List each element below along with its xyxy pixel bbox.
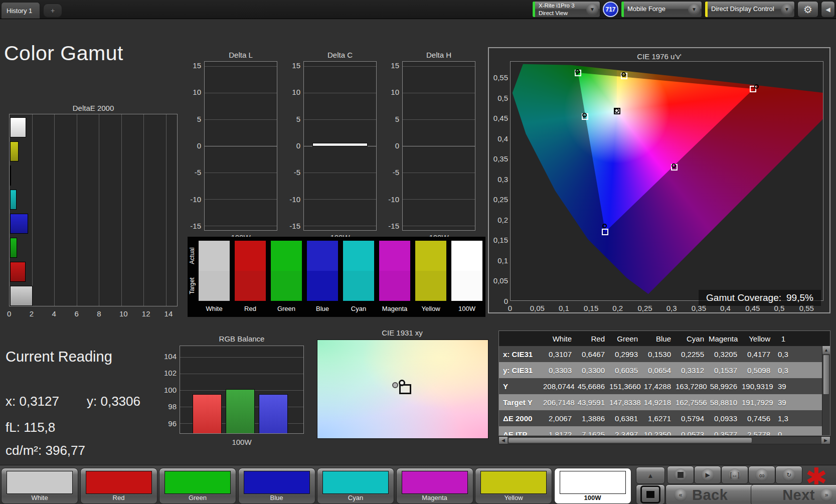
y-tick-label: 98 xyxy=(159,402,177,411)
table-cell: 0,3300 xyxy=(576,366,609,375)
pattern-button-red[interactable]: Red xyxy=(80,468,157,504)
cie1931-title: CIE 1931 xy xyxy=(317,328,487,337)
plus-icon: + xyxy=(51,7,55,15)
chevrons-right-icon: » xyxy=(820,488,833,501)
pattern-label: Red xyxy=(81,494,157,501)
column-header-white: White xyxy=(543,334,576,343)
pattern-button-cyan[interactable]: Cyan xyxy=(317,468,394,504)
scroll-right-arrow-icon[interactable]: ▶ xyxy=(821,437,830,444)
table-cell: 190,9319 xyxy=(742,382,775,391)
collapse-panel-button[interactable]: ◀ xyxy=(821,1,835,18)
gamut-marker-cyan xyxy=(582,113,588,120)
pattern-button-100w[interactable]: 100W xyxy=(554,468,631,504)
calman-app: History 1 + X-Rite i1Pro 3 Direct View ▼… xyxy=(0,0,836,504)
transport-play-icon[interactable]: ▶ xyxy=(694,466,721,484)
transport-loop-infinite-icon[interactable]: ∞ xyxy=(748,466,775,484)
deltae2000-plot xyxy=(9,114,178,306)
grid-line xyxy=(304,119,376,120)
gamut-marker-blue xyxy=(602,229,608,235)
y-tick-label: 0,25 xyxy=(490,195,508,204)
y-tick-label: 0 xyxy=(385,141,399,150)
swatch-target-cyan xyxy=(343,271,374,301)
table-cell: 191,7929 xyxy=(742,398,775,407)
gamut-marker-white xyxy=(614,108,620,114)
pattern-label: Yellow xyxy=(475,494,552,501)
swatch-actual-yellow xyxy=(415,241,446,271)
swatch-label: Cyan xyxy=(343,305,374,312)
table-cell: 163,7280 xyxy=(676,382,709,391)
grid-line xyxy=(304,173,376,173)
transport-range-icon[interactable]: [↔] xyxy=(721,466,748,484)
y-tick-label: 15 xyxy=(187,61,201,70)
row-label: Target Y xyxy=(499,398,543,407)
gear-icon: ⚙ xyxy=(803,4,812,16)
pattern-button-yellow[interactable]: Yellow xyxy=(475,468,552,504)
table-cell: 2,0067 xyxy=(543,414,576,423)
delta-chart-title: Delta L xyxy=(204,51,277,59)
y-tick-label: 15 xyxy=(286,61,300,70)
table-header-row: WhiteRedGreenBlueCyanMagentaYellow1 xyxy=(499,331,830,346)
row-label: y: CIE31 xyxy=(499,366,543,375)
source-dropdown[interactable]: Mobile Forge ▼ xyxy=(621,1,702,18)
pattern-swatch xyxy=(402,471,468,494)
table-horizontal-scrollbar[interactable]: ◀ ▶ xyxy=(498,436,830,444)
deltae-bar-magenta xyxy=(10,165,11,186)
scroll-left-arrow-icon[interactable]: ◀ xyxy=(499,437,508,444)
deltae-bar-green xyxy=(10,238,17,258)
pattern-button-magenta[interactable]: Magenta xyxy=(396,468,473,504)
table-cell: 7,1625 xyxy=(576,430,609,436)
add-tab-button[interactable]: + xyxy=(43,4,62,18)
settings-button[interactable]: ⚙ xyxy=(797,1,818,18)
tab-history-1[interactable]: History 1 xyxy=(1,2,40,19)
pattern-label: Cyan xyxy=(317,494,394,501)
table-cell-partial: 0,3 xyxy=(775,366,790,375)
x-tick-label: 8 xyxy=(97,309,101,318)
y-tick-label: 0,05 xyxy=(490,276,508,285)
x-tick-label: 0,05 xyxy=(530,304,544,312)
horizontal-scroll-thumb[interactable] xyxy=(508,437,752,443)
reference-dot-marker xyxy=(392,382,398,388)
meter-dropdown[interactable]: X-Rite i1Pro 3 Direct View ▼ xyxy=(532,1,600,18)
pattern-window-raise-button[interactable]: ▲ xyxy=(636,467,665,484)
pattern-button-blue[interactable]: Blue xyxy=(238,468,315,504)
grid-line xyxy=(205,119,277,120)
y-tick-label: -10 xyxy=(187,195,201,204)
pattern-button-green[interactable]: Green xyxy=(159,468,236,504)
meter-dropdown-label: X-Rite i1Pro 3 Direct View xyxy=(535,2,585,17)
grid-line xyxy=(403,119,475,120)
vertical-scroll-thumb[interactable] xyxy=(823,355,829,395)
y-tick-label: 0,35 xyxy=(490,154,508,163)
table-cell: 0,3303 xyxy=(543,366,576,375)
swatch-actual-green xyxy=(271,241,302,271)
display-control-dropdown[interactable]: Direct Display Control ▼ xyxy=(705,1,795,18)
table-cell: 1,6271 xyxy=(642,414,676,423)
table-cell: 208,0744 xyxy=(543,382,576,391)
reading-fl: fL: 115,8 xyxy=(6,420,55,435)
gamut-marker-yellow xyxy=(621,73,627,79)
chevron-down-icon: ▼ xyxy=(688,4,700,16)
pattern-swatch xyxy=(164,471,231,494)
pattern-button-white[interactable]: White xyxy=(1,468,78,504)
pattern-window-button[interactable] xyxy=(636,484,665,504)
meter-count-badge[interactable]: 717 xyxy=(603,2,618,17)
badge-value: 717 xyxy=(605,6,615,13)
transport-stop-icon[interactable] xyxy=(667,466,694,484)
pattern-swatch xyxy=(244,471,310,494)
range-icon: [↔] xyxy=(728,468,741,481)
grid-line xyxy=(121,114,122,306)
cie1976-title: CIE 1976 u'v' xyxy=(489,52,829,61)
swatch-label: White xyxy=(199,305,230,312)
back-button[interactable]: « Back xyxy=(665,484,759,504)
scroll-up-arrow-icon[interactable]: ▲ xyxy=(822,346,830,354)
swatch-label: Blue xyxy=(307,305,338,312)
next-button[interactable]: Next » xyxy=(751,484,836,504)
x-tick-label: 0,1 xyxy=(557,304,571,312)
transport-refresh-icon[interactable]: ↻ xyxy=(775,466,802,484)
cie1931-plot xyxy=(317,340,488,439)
table-vertical-scrollbar[interactable]: ▲ xyxy=(822,346,830,435)
marker-circle xyxy=(575,69,580,74)
stop-icon xyxy=(674,468,687,481)
row-label: Y xyxy=(499,382,543,391)
table-row: ΔE 20002,00671,38860,63811,62710,57940,0… xyxy=(499,410,830,426)
back-label: Back xyxy=(692,487,728,503)
